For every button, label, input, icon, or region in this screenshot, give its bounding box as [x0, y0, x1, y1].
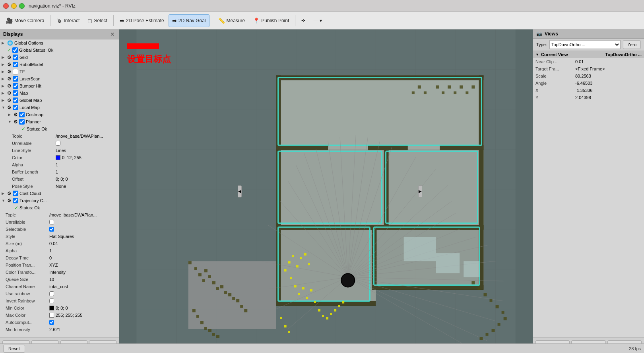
publish-point-button[interactable]: 📍 Publish Point [249, 14, 293, 27]
interact-button[interactable]: 🖱 Interact [53, 14, 83, 27]
map-checkbox[interactable] [13, 90, 18, 96]
tree-item-map[interactable]: ▶ ⚙ Map [0, 90, 119, 97]
svg-rect-107 [204, 269, 208, 272]
tree-item-grid[interactable]: ▶ ⚙ Grid [0, 54, 119, 61]
local-map-checkbox[interactable] [13, 105, 18, 110]
measure-icon: 📏 [218, 18, 225, 24]
extra-btn-1[interactable]: ✛ [298, 14, 309, 27]
grid-icon: ⚙ [7, 55, 12, 60]
svg-rect-139 [454, 92, 456, 94]
cost-cloud-icon: ⚙ [7, 191, 12, 196]
svg-rect-31 [479, 149, 483, 229]
tree-item-tf[interactable]: ▶ ⚙ TF [0, 68, 119, 75]
left-panel-collapse-arrow[interactable]: ◀ [238, 185, 242, 197]
tree-item-robot-model[interactable]: ▶ ⚙ RobotModel [0, 61, 119, 68]
select-button[interactable]: ◻ Select [84, 14, 111, 27]
views-zero-button[interactable]: Zero [623, 40, 641, 49]
view-x: X -1.35336 [533, 87, 644, 94]
views-header: 📷 Views [533, 29, 644, 39]
tree-item-trajectory[interactable]: ▼ ⚙ Trajectory C... [0, 197, 119, 204]
tree-item-costmap[interactable]: ▶ ⚙ Costmap [0, 111, 119, 118]
x-value: -1.35336 [575, 88, 592, 93]
minimize-button[interactable] [11, 3, 17, 9]
traj-alpha-value: 1 [49, 248, 52, 253]
map-canvas[interactable]: 设置目标点 [119, 29, 533, 353]
prop-color: Color 0; 12; 255 [0, 154, 119, 161]
global-status-checkbox[interactable] [12, 47, 18, 53]
grid-checkbox[interactable] [13, 55, 18, 60]
measure-button[interactable]: 📏 Measure [215, 14, 249, 27]
svg-rect-22 [188, 261, 276, 329]
svg-rect-82 [294, 285, 297, 287]
svg-rect-37 [276, 301, 376, 306]
tree-item-cost-cloud[interactable]: ▶ ⚙ Cost Cloud [0, 190, 119, 197]
robot-model-checkbox[interactable] [13, 62, 18, 67]
svg-rect-94 [342, 301, 344, 304]
3d-view[interactable]: 设置目标点 ◀ ▶ [119, 29, 533, 353]
bumper-hit-checkbox[interactable] [13, 83, 18, 89]
pose-style-value: None [56, 184, 66, 189]
invert-rainbow-checkbox[interactable] [49, 298, 54, 303]
nav-goal-label: 2D Nav Goal [178, 18, 206, 23]
pose-estimate-button[interactable]: ➡ 2D Pose Estimate [116, 14, 168, 27]
nav-goal-button[interactable]: ➡ 2D Nav Goal [169, 14, 209, 27]
autocomput-checkbox[interactable] [49, 320, 54, 325]
svg-rect-109 [212, 281, 215, 284]
tree-item-laser-scan[interactable]: ▶ ⚙ LaserScan [0, 75, 119, 82]
prop-traj-unreliable: Unreliable [0, 218, 119, 226]
pose-style-label: Pose Style [12, 184, 56, 189]
traj-unreliable-checkbox[interactable] [49, 220, 54, 224]
views-type-select[interactable]: TopDownOrtho ... [549, 40, 621, 49]
tree-item-local-map[interactable]: ▼ ⚙ Local Map [0, 104, 119, 111]
color-value: 0; 12; 255 [56, 155, 81, 160]
min-color-label: Min Color [6, 306, 49, 310]
prop-style: Style Flat Squares [0, 233, 119, 240]
displays-close-button[interactable]: ✕ [109, 31, 116, 37]
tree-item-bumper-hit[interactable]: ▶ ⚙ Bumper Hit [0, 82, 119, 90]
right-panel-collapse-arrow[interactable]: ▶ [418, 185, 422, 197]
views-title: Views [545, 31, 558, 37]
cost-cloud-checkbox[interactable] [13, 191, 18, 196]
map-label: Map [19, 91, 28, 96]
angle-value: -6.46503 [575, 81, 592, 86]
svg-rect-96 [284, 325, 287, 328]
svg-rect-91 [330, 313, 332, 315]
prop-topic: Topic /move_base/DWAPlan... [0, 133, 119, 140]
svg-rect-106 [202, 279, 205, 282]
expand-icon: ▼ [2, 105, 7, 109]
reset-button[interactable]: Reset [3, 345, 25, 353]
tree-item-global-options[interactable]: ▶ 🌐 Global Options [0, 39, 119, 47]
move-camera-button[interactable]: 🎥 Move Camera [2, 14, 48, 27]
current-view-section[interactable]: ▼ Current View TopDownOrtho ... [533, 51, 644, 58]
costmap-icon: ⚙ [14, 112, 18, 117]
tree-item-global-status[interactable]: ✓ Global Status: Ok [0, 47, 119, 54]
unreliable-checkbox[interactable] [56, 141, 60, 146]
selectable-checkbox[interactable] [49, 227, 54, 232]
planner-checkbox[interactable] [19, 119, 25, 125]
tree-item-global-map[interactable]: ▶ ⚙ Global Map [0, 97, 119, 104]
laser-scan-checkbox[interactable] [13, 76, 18, 82]
topic-value: /move_base/DWAPlan... [56, 134, 103, 138]
expand-icon: ▼ [535, 53, 541, 57]
planner-icon: ⚙ [14, 119, 18, 125]
maximize-button[interactable] [19, 3, 25, 9]
costmap-checkbox[interactable] [19, 112, 25, 117]
tf-checkbox[interactable] [13, 69, 18, 74]
svg-rect-121 [204, 327, 207, 330]
close-button[interactable] [3, 3, 9, 9]
global-map-checkbox[interactable] [13, 98, 18, 103]
extra-btn-2[interactable]: — ▾ [310, 14, 325, 27]
use-rainbow-checkbox[interactable] [49, 291, 54, 296]
tree-item-planner[interactable]: ▼ ⚙ Planner [0, 118, 119, 125]
svg-rect-100 [464, 261, 479, 277]
prop-queue-size: Queue Size 10 [0, 276, 119, 283]
planner-status-label: Status: Ok [27, 127, 47, 131]
trajectory-checkbox[interactable] [13, 198, 18, 203]
svg-rect-122 [208, 329, 211, 332]
svg-rect-115 [236, 299, 239, 302]
svg-rect-86 [310, 289, 312, 291]
displays-tree[interactable]: ▶ 🌐 Global Options ✓ Global Status: Ok ▶… [0, 39, 119, 337]
svg-rect-120 [200, 321, 204, 324]
svg-rect-137 [442, 92, 444, 94]
min-intensity-value: 2.621 [49, 327, 60, 332]
